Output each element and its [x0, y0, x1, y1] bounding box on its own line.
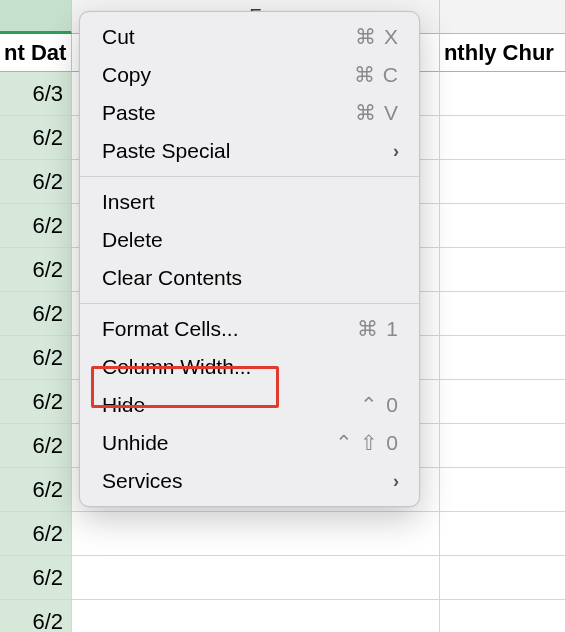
menu-label: Copy — [102, 63, 354, 87]
menu-shortcut: ⌘ V — [355, 101, 399, 125]
data-cell[interactable] — [440, 160, 566, 204]
menu-label: Paste — [102, 101, 355, 125]
data-cell[interactable]: 6/2 — [0, 336, 72, 380]
menu-unhide[interactable]: Unhide ⌃ ⇧ 0 — [80, 424, 419, 462]
data-cell[interactable]: 6/2 — [0, 424, 72, 468]
data-cell[interactable]: 6/2 — [0, 160, 72, 204]
menu-hide[interactable]: Hide ⌃ 0 — [80, 386, 419, 424]
data-cell[interactable] — [440, 380, 566, 424]
data-cell[interactable] — [440, 600, 566, 632]
data-cell[interactable]: 6/3 — [0, 72, 72, 116]
menu-label: Column Width... — [102, 355, 399, 379]
menu-delete[interactable]: Delete — [80, 221, 419, 259]
data-cell[interactable] — [440, 468, 566, 512]
data-cell[interactable] — [72, 512, 440, 556]
menu-label: Hide — [102, 393, 360, 417]
header-cell-g[interactable]: nthly Chur — [440, 34, 566, 72]
menu-label: Unhide — [102, 431, 335, 455]
header-cell-e[interactable]: nt Dat — [0, 34, 72, 72]
chevron-right-icon: › — [393, 141, 399, 162]
menu-shortcut: ⌃ 0 — [360, 393, 399, 417]
menu-label: Clear Contents — [102, 266, 399, 290]
data-cell[interactable]: 6/2 — [0, 116, 72, 160]
data-cell[interactable] — [440, 292, 566, 336]
data-cell[interactable] — [440, 204, 566, 248]
data-cell[interactable] — [440, 424, 566, 468]
data-cell[interactable]: 6/2 — [0, 512, 72, 556]
data-cell[interactable]: 6/2 — [0, 468, 72, 512]
menu-label: Paste Special — [102, 139, 393, 163]
context-menu: Cut ⌘ X Copy ⌘ C Paste ⌘ V Paste Special… — [79, 11, 420, 507]
data-cell[interactable] — [72, 556, 440, 600]
menu-label: Services — [102, 469, 393, 493]
menu-clear-contents[interactable]: Clear Contents — [80, 259, 419, 297]
menu-format-cells[interactable]: Format Cells... ⌘ 1 — [80, 310, 419, 348]
data-cell[interactable] — [440, 512, 566, 556]
data-cell[interactable] — [440, 336, 566, 380]
data-cell[interactable]: 6/2 — [0, 600, 72, 632]
data-cell[interactable]: 6/2 — [0, 380, 72, 424]
menu-services[interactable]: Services › — [80, 462, 419, 500]
data-cell[interactable]: 6/2 — [0, 204, 72, 248]
menu-shortcut: ⌃ ⇧ 0 — [335, 431, 399, 455]
column-header-g[interactable] — [440, 0, 566, 34]
menu-separator — [80, 176, 419, 177]
table-row: 6/2 — [0, 512, 566, 556]
menu-separator — [80, 303, 419, 304]
menu-shortcut: ⌘ X — [355, 25, 399, 49]
menu-shortcut: ⌘ 1 — [357, 317, 399, 341]
data-cell[interactable] — [440, 556, 566, 600]
menu-shortcut: ⌘ C — [354, 63, 399, 87]
data-cell[interactable] — [72, 600, 440, 632]
menu-cut[interactable]: Cut ⌘ X — [80, 18, 419, 56]
menu-paste-special[interactable]: Paste Special › — [80, 132, 419, 170]
menu-label: Format Cells... — [102, 317, 357, 341]
menu-paste[interactable]: Paste ⌘ V — [80, 94, 419, 132]
data-cell[interactable]: 6/2 — [0, 248, 72, 292]
menu-label: Cut — [102, 25, 355, 49]
data-cell[interactable]: 6/2 — [0, 556, 72, 600]
column-header-e[interactable] — [0, 0, 72, 34]
data-cell[interactable] — [440, 248, 566, 292]
data-cell[interactable] — [440, 72, 566, 116]
chevron-right-icon: › — [393, 471, 399, 492]
menu-column-width[interactable]: Column Width... — [80, 348, 419, 386]
menu-insert[interactable]: Insert — [80, 183, 419, 221]
menu-label: Delete — [102, 228, 399, 252]
table-row: 6/2 — [0, 556, 566, 600]
data-cell[interactable]: 6/2 — [0, 292, 72, 336]
menu-copy[interactable]: Copy ⌘ C — [80, 56, 419, 94]
menu-label: Insert — [102, 190, 399, 214]
table-row: 6/2 — [0, 600, 566, 632]
data-cell[interactable] — [440, 116, 566, 160]
